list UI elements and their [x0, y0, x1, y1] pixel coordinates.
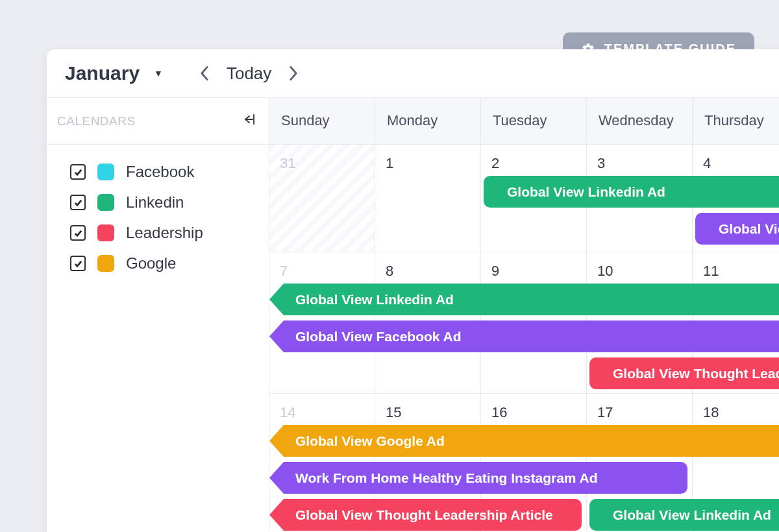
- sidebar-title: CALENDARS: [57, 114, 136, 128]
- calendar-filter-item[interactable]: Linkedin: [70, 193, 256, 212]
- calendar-event[interactable]: Global View Linkedin Ad: [484, 176, 779, 208]
- week-row: 1415161718Global View Google AdWork From…: [269, 394, 779, 532]
- calendar-card: January ▼ Today CALENDARS: [47, 49, 779, 532]
- month-picker[interactable]: January ▼: [65, 62, 163, 84]
- check-icon: [73, 259, 83, 269]
- day-header: Tuesday: [481, 98, 587, 144]
- color-swatch: [97, 224, 114, 241]
- calendar-filter-item[interactable]: Facebook: [70, 163, 256, 181]
- chevron-right-icon: [289, 66, 298, 80]
- checkbox[interactable]: [70, 164, 86, 180]
- today-button[interactable]: Today: [227, 64, 271, 84]
- check-icon: [73, 198, 83, 208]
- collapse-left-icon: [243, 113, 256, 126]
- checkbox[interactable]: [70, 195, 86, 210]
- date-cell[interactable]: 31: [269, 145, 375, 252]
- checkbox[interactable]: [70, 225, 86, 241]
- day-header: Wednesday: [587, 98, 693, 144]
- collapse-sidebar-button[interactable]: [243, 113, 256, 129]
- color-swatch: [97, 255, 114, 272]
- calendar-event[interactable]: Global View Thought Leadership Article: [589, 357, 779, 389]
- sidebar-header: CALENDARS: [47, 98, 269, 145]
- event-lane: Global View Facebook Ad: [269, 320, 779, 352]
- color-swatch: [97, 163, 114, 180]
- next-period-button[interactable]: [283, 63, 304, 84]
- calendar-header: January ▼ Today: [47, 49, 779, 97]
- week-row: 7891011Global View Linkedin AdGlobal Vie…: [269, 252, 779, 394]
- calendar-sidebar: CALENDARS Facebook Linkedin: [47, 98, 269, 532]
- event-lane: Global View Linkedin Ad: [269, 284, 779, 315]
- prev-period-button[interactable]: [194, 63, 215, 84]
- event-lane: Global View Thought Leadership ArticleGl…: [269, 499, 779, 531]
- calendar-name: Google: [126, 254, 176, 272]
- calendar-event[interactable]: Global View Thought Leadership Article: [269, 499, 582, 531]
- checkbox[interactable]: [70, 256, 86, 271]
- color-swatch: [97, 194, 114, 211]
- day-header: Monday: [375, 98, 481, 144]
- calendar-event[interactable]: Global View Linkedin Ad: [589, 499, 779, 531]
- calendar-name: Linkedin: [126, 193, 184, 212]
- day-header: Thursday: [693, 98, 779, 144]
- week-rows: 311234Global View Linkedin AdGlobal View…: [269, 145, 779, 532]
- chevron-left-icon: [200, 66, 209, 80]
- calendar-filter-item[interactable]: Leadership: [70, 224, 256, 242]
- event-lane: Global View Google Ad: [269, 425, 779, 457]
- calendar-name: Leadership: [126, 224, 203, 242]
- calendar-event[interactable]: Global View Linkedin Ad: [269, 284, 779, 315]
- day-header-row: SundayMondayTuesdayWednesdayThursday: [269, 98, 779, 145]
- week-row: 311234Global View Linkedin AdGlobal View…: [269, 145, 779, 252]
- calendar-event[interactable]: Global View Facebook Ad: [695, 213, 779, 245]
- calendar-filter-item[interactable]: Google: [70, 254, 256, 272]
- calendar-event[interactable]: Global View Google Ad: [269, 425, 779, 457]
- calendar-list: Facebook Linkedin Leadership Google: [47, 145, 269, 272]
- calendar-event[interactable]: Work From Home Healthy Eating Instagram …: [269, 462, 687, 494]
- day-header: Sunday: [269, 98, 375, 144]
- check-icon: [73, 167, 83, 177]
- calendar-grid: SundayMondayTuesdayWednesdayThursday 311…: [269, 98, 779, 532]
- month-label: January: [65, 62, 140, 84]
- chevron-down-icon: ▼: [154, 68, 163, 79]
- calendar-event[interactable]: Global View Facebook Ad: [269, 320, 779, 352]
- check-icon: [73, 228, 83, 238]
- calendar-name: Facebook: [126, 163, 194, 181]
- date-cell[interactable]: 1: [375, 145, 481, 252]
